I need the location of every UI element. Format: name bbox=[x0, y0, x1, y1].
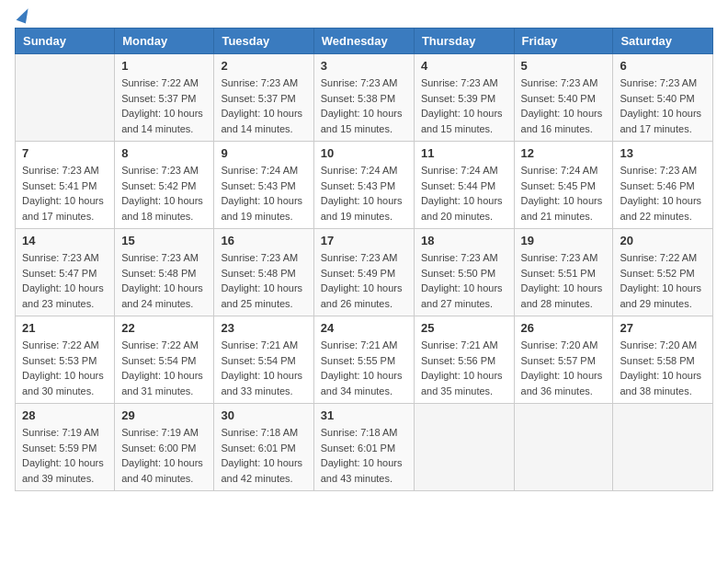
day-info: Sunrise: 7:18 AMSunset: 6:01 PMDaylight:… bbox=[221, 425, 306, 486]
calendar-week-3: 14Sunrise: 7:23 AMSunset: 5:47 PMDayligh… bbox=[16, 229, 713, 316]
day-info: Sunrise: 7:19 AMSunset: 6:00 PMDaylight:… bbox=[121, 425, 207, 486]
calendar-cell: 14Sunrise: 7:23 AMSunset: 5:47 PMDayligh… bbox=[16, 229, 115, 316]
day-info: Sunrise: 7:23 AMSunset: 5:38 PMDaylight:… bbox=[321, 75, 407, 136]
calendar-cell: 7Sunrise: 7:23 AMSunset: 5:41 PMDaylight… bbox=[16, 142, 115, 229]
calendar-cell: 24Sunrise: 7:21 AMSunset: 5:55 PMDayligh… bbox=[313, 316, 414, 404]
day-number: 31 bbox=[321, 408, 407, 422]
calendar-cell bbox=[16, 54, 115, 142]
day-info: Sunrise: 7:19 AMSunset: 5:59 PMDaylight:… bbox=[22, 425, 108, 486]
day-info: Sunrise: 7:23 AMSunset: 5:48 PMDaylight:… bbox=[221, 250, 306, 311]
calendar-cell: 20Sunrise: 7:22 AMSunset: 5:52 PMDayligh… bbox=[613, 229, 713, 316]
day-number: 16 bbox=[221, 234, 306, 247]
day-info: Sunrise: 7:22 AMSunset: 5:52 PMDaylight:… bbox=[620, 250, 706, 311]
calendar-cell: 10Sunrise: 7:24 AMSunset: 5:43 PMDayligh… bbox=[313, 142, 414, 229]
calendar-body: 1Sunrise: 7:22 AMSunset: 5:37 PMDaylight… bbox=[16, 54, 713, 491]
calendar-cell: 23Sunrise: 7:21 AMSunset: 5:54 PMDayligh… bbox=[214, 316, 313, 404]
calendar-cell: 13Sunrise: 7:23 AMSunset: 5:46 PMDayligh… bbox=[613, 142, 713, 229]
calendar-cell: 12Sunrise: 7:24 AMSunset: 5:45 PMDayligh… bbox=[514, 142, 613, 229]
calendar-cell: 6Sunrise: 7:23 AMSunset: 5:40 PMDaylight… bbox=[613, 54, 713, 142]
day-info: Sunrise: 7:21 AMSunset: 5:56 PMDaylight:… bbox=[421, 338, 507, 398]
calendar-cell: 30Sunrise: 7:18 AMSunset: 6:01 PMDayligh… bbox=[214, 404, 313, 491]
day-info: Sunrise: 7:23 AMSunset: 5:46 PMDaylight:… bbox=[620, 163, 706, 224]
day-info: Sunrise: 7:24 AMSunset: 5:43 PMDaylight:… bbox=[321, 163, 407, 224]
calendar-cell: 16Sunrise: 7:23 AMSunset: 5:48 PMDayligh… bbox=[214, 229, 313, 316]
day-info: Sunrise: 7:23 AMSunset: 5:42 PMDaylight:… bbox=[121, 163, 207, 224]
calendar-cell: 11Sunrise: 7:24 AMSunset: 5:44 PMDayligh… bbox=[414, 142, 514, 229]
logo bbox=[15, 15, 28, 18]
day-number: 21 bbox=[22, 321, 108, 335]
day-number: 22 bbox=[121, 321, 207, 335]
calendar-cell: 8Sunrise: 7:23 AMSunset: 5:42 PMDaylight… bbox=[115, 142, 214, 229]
day-number: 18 bbox=[421, 234, 507, 247]
day-of-week-tuesday: Tuesday bbox=[214, 29, 313, 54]
day-of-week-sunday: Sunday bbox=[16, 29, 115, 54]
day-number: 3 bbox=[321, 59, 407, 73]
day-number: 25 bbox=[421, 321, 507, 335]
day-info: Sunrise: 7:23 AMSunset: 5:49 PMDaylight:… bbox=[321, 250, 407, 311]
day-number: 5 bbox=[521, 59, 607, 73]
calendar-table: SundayMondayTuesdayWednesdayThursdayFrid… bbox=[15, 28, 713, 491]
calendar-week-2: 7Sunrise: 7:23 AMSunset: 5:41 PMDaylight… bbox=[16, 142, 713, 229]
calendar-cell: 21Sunrise: 7:22 AMSunset: 5:53 PMDayligh… bbox=[16, 316, 115, 404]
calendar-cell: 3Sunrise: 7:23 AMSunset: 5:38 PMDaylight… bbox=[313, 54, 414, 142]
day-of-week-monday: Monday bbox=[115, 29, 214, 54]
day-number: 20 bbox=[620, 234, 706, 247]
day-number: 4 bbox=[421, 59, 507, 73]
day-info: Sunrise: 7:21 AMSunset: 5:54 PMDaylight:… bbox=[221, 338, 306, 398]
calendar-cell: 19Sunrise: 7:23 AMSunset: 5:51 PMDayligh… bbox=[514, 229, 613, 316]
day-number: 7 bbox=[22, 146, 108, 160]
calendar-cell: 15Sunrise: 7:23 AMSunset: 5:48 PMDayligh… bbox=[115, 229, 214, 316]
day-number: 8 bbox=[121, 146, 207, 160]
day-info: Sunrise: 7:23 AMSunset: 5:47 PMDaylight:… bbox=[22, 250, 108, 311]
day-number: 10 bbox=[321, 146, 407, 160]
day-info: Sunrise: 7:23 AMSunset: 5:41 PMDaylight:… bbox=[22, 163, 108, 224]
day-number: 30 bbox=[221, 408, 306, 422]
day-info: Sunrise: 7:23 AMSunset: 5:51 PMDaylight:… bbox=[521, 250, 607, 311]
day-info: Sunrise: 7:23 AMSunset: 5:39 PMDaylight:… bbox=[421, 75, 507, 136]
day-info: Sunrise: 7:22 AMSunset: 5:54 PMDaylight:… bbox=[121, 338, 207, 398]
day-number: 11 bbox=[421, 146, 507, 160]
day-number: 19 bbox=[521, 234, 607, 247]
day-info: Sunrise: 7:23 AMSunset: 5:40 PMDaylight:… bbox=[521, 75, 607, 136]
day-number: 28 bbox=[22, 408, 108, 422]
day-info: Sunrise: 7:24 AMSunset: 5:45 PMDaylight:… bbox=[521, 163, 607, 224]
day-info: Sunrise: 7:23 AMSunset: 5:48 PMDaylight:… bbox=[121, 250, 207, 311]
calendar-cell: 2Sunrise: 7:23 AMSunset: 5:37 PMDaylight… bbox=[214, 54, 313, 142]
day-info: Sunrise: 7:23 AMSunset: 5:37 PMDaylight:… bbox=[221, 75, 306, 136]
day-of-week-saturday: Saturday bbox=[613, 29, 713, 54]
calendar-cell: 1Sunrise: 7:22 AMSunset: 5:37 PMDaylight… bbox=[115, 54, 214, 142]
header bbox=[15, 15, 713, 18]
day-info: Sunrise: 7:22 AMSunset: 5:37 PMDaylight:… bbox=[121, 75, 207, 136]
day-of-week-thursday: Thursday bbox=[414, 29, 514, 54]
day-info: Sunrise: 7:20 AMSunset: 5:58 PMDaylight:… bbox=[620, 338, 706, 398]
day-number: 23 bbox=[221, 321, 306, 335]
day-info: Sunrise: 7:20 AMSunset: 5:57 PMDaylight:… bbox=[521, 338, 607, 398]
day-info: Sunrise: 7:22 AMSunset: 5:53 PMDaylight:… bbox=[22, 338, 108, 398]
calendar-week-4: 21Sunrise: 7:22 AMSunset: 5:53 PMDayligh… bbox=[16, 316, 713, 404]
calendar-week-1: 1Sunrise: 7:22 AMSunset: 5:37 PMDaylight… bbox=[16, 54, 713, 142]
calendar-cell: 25Sunrise: 7:21 AMSunset: 5:56 PMDayligh… bbox=[414, 316, 514, 404]
day-number: 26 bbox=[521, 321, 607, 335]
day-info: Sunrise: 7:24 AMSunset: 5:43 PMDaylight:… bbox=[221, 163, 306, 224]
calendar-cell: 17Sunrise: 7:23 AMSunset: 5:49 PMDayligh… bbox=[313, 229, 414, 316]
day-info: Sunrise: 7:18 AMSunset: 6:01 PMDaylight:… bbox=[321, 425, 407, 486]
calendar-cell: 4Sunrise: 7:23 AMSunset: 5:39 PMDaylight… bbox=[414, 54, 514, 142]
day-of-week-wednesday: Wednesday bbox=[313, 29, 414, 54]
day-of-week-friday: Friday bbox=[514, 29, 613, 54]
calendar-cell: 29Sunrise: 7:19 AMSunset: 6:00 PMDayligh… bbox=[115, 404, 214, 491]
calendar-cell bbox=[613, 404, 713, 491]
day-number: 12 bbox=[521, 146, 607, 160]
calendar-cell: 26Sunrise: 7:20 AMSunset: 5:57 PMDayligh… bbox=[514, 316, 613, 404]
days-of-week-header: SundayMondayTuesdayWednesdayThursdayFrid… bbox=[16, 29, 713, 54]
calendar-cell bbox=[414, 404, 514, 491]
logo-arrow-icon bbox=[17, 6, 31, 24]
day-info: Sunrise: 7:23 AMSunset: 5:40 PMDaylight:… bbox=[620, 75, 706, 136]
day-number: 24 bbox=[321, 321, 407, 335]
calendar-week-5: 28Sunrise: 7:19 AMSunset: 5:59 PMDayligh… bbox=[16, 404, 713, 491]
day-number: 27 bbox=[620, 321, 706, 335]
day-number: 1 bbox=[121, 59, 207, 73]
calendar-cell: 9Sunrise: 7:24 AMSunset: 5:43 PMDaylight… bbox=[214, 142, 313, 229]
day-info: Sunrise: 7:23 AMSunset: 5:50 PMDaylight:… bbox=[421, 250, 507, 311]
calendar-cell: 18Sunrise: 7:23 AMSunset: 5:50 PMDayligh… bbox=[414, 229, 514, 316]
day-info: Sunrise: 7:24 AMSunset: 5:44 PMDaylight:… bbox=[421, 163, 507, 224]
